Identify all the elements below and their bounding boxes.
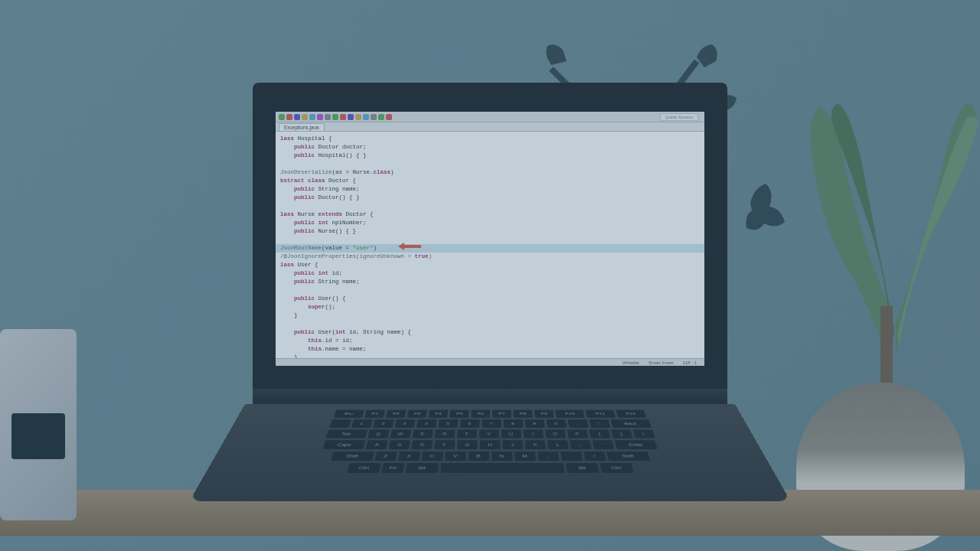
laptop-keyboard: EscF1F2F3F4F5F6F7F8F9F10F11F12`123456789… bbox=[190, 404, 791, 501]
toolbar-icon[interactable] bbox=[325, 114, 331, 120]
key[interactable]: Z bbox=[374, 451, 397, 461]
status-cursor-position: 118 : 1 bbox=[683, 360, 697, 365]
editor-tab[interactable]: Exceptions.java bbox=[279, 123, 325, 131]
key[interactable]: Tab bbox=[325, 429, 368, 439]
key[interactable]: , bbox=[537, 451, 559, 461]
key[interactable]: / bbox=[583, 451, 606, 461]
toolbar-icon[interactable] bbox=[317, 114, 323, 120]
toolbar-icon[interactable] bbox=[378, 114, 384, 120]
key[interactable]: H bbox=[480, 440, 501, 449]
key[interactable]: F12 bbox=[616, 409, 646, 418]
key[interactable]: F5 bbox=[449, 409, 469, 418]
key[interactable]: 9 bbox=[524, 419, 544, 428]
key[interactable]: \ bbox=[632, 429, 655, 439]
key[interactable]: Shift bbox=[606, 451, 650, 461]
key[interactable]: B bbox=[468, 451, 488, 461]
key[interactable]: Ctrl bbox=[599, 462, 634, 473]
ide-status-bar: Writable Smart Insert 118 : 1 bbox=[276, 358, 704, 366]
key[interactable]: F7 bbox=[492, 409, 511, 418]
ide-tab-bar: Exceptions.java bbox=[276, 122, 704, 132]
key[interactable]: Alt bbox=[405, 462, 438, 473]
key[interactable]: F10 bbox=[555, 409, 585, 418]
key[interactable]: 5 bbox=[438, 419, 458, 428]
toolbar-icon[interactable] bbox=[309, 114, 315, 120]
key[interactable]: T bbox=[456, 429, 476, 439]
laptop-bezel: Quick Access Exceptions.java lass Hospit… bbox=[253, 83, 727, 389]
key[interactable]: . bbox=[560, 451, 582, 461]
key[interactable]: C bbox=[421, 451, 443, 461]
key[interactable]: D bbox=[411, 440, 433, 449]
key[interactable]: Ctrl bbox=[347, 462, 381, 473]
key[interactable]: F11 bbox=[586, 409, 616, 418]
toolbar-icon[interactable] bbox=[386, 114, 392, 120]
key[interactable]: Esc bbox=[334, 409, 364, 418]
key[interactable]: Back bbox=[610, 419, 652, 428]
toolbar-icon[interactable] bbox=[340, 114, 346, 120]
key[interactable]: F2 bbox=[386, 409, 407, 418]
key[interactable]: ; bbox=[570, 440, 592, 449]
key[interactable]: F8 bbox=[513, 409, 532, 418]
toolbar-icon[interactable] bbox=[294, 114, 300, 120]
key[interactable]: L bbox=[547, 440, 569, 449]
key[interactable]: M bbox=[514, 451, 536, 461]
key[interactable]: E bbox=[412, 429, 433, 439]
key[interactable]: 7 bbox=[482, 419, 501, 428]
status-insert-mode: Smart Insert bbox=[648, 360, 674, 365]
key[interactable]: X bbox=[397, 451, 420, 461]
key[interactable]: 8 bbox=[503, 419, 523, 428]
key[interactable]: Fn bbox=[381, 462, 404, 473]
code-editor[interactable]: lass Hospital { public Doctor doctor; pu… bbox=[276, 132, 704, 358]
key[interactable]: O bbox=[544, 429, 565, 439]
key[interactable]: Enter bbox=[614, 440, 657, 449]
status-writable: Writable bbox=[622, 360, 639, 365]
key[interactable]: Alt bbox=[565, 462, 599, 473]
key[interactable]: F4 bbox=[429, 409, 449, 418]
key[interactable]: - bbox=[567, 419, 588, 428]
svg-rect-0 bbox=[880, 306, 893, 383]
toolbar-icon[interactable] bbox=[332, 114, 338, 120]
plant-decoration bbox=[796, 0, 980, 551]
toolbar-icon[interactable] bbox=[279, 114, 285, 120]
key[interactable]: Shift bbox=[330, 451, 374, 461]
key[interactable]: F bbox=[434, 440, 455, 449]
key[interactable]: V bbox=[445, 451, 466, 461]
key[interactable]: Y bbox=[479, 429, 498, 439]
key[interactable]: P bbox=[567, 429, 588, 439]
toolbar-icon[interactable] bbox=[363, 114, 369, 120]
key[interactable] bbox=[439, 462, 564, 473]
ide-toolbar[interactable]: Quick Access bbox=[276, 112, 704, 122]
key[interactable]: Caps bbox=[322, 440, 365, 449]
key[interactable]: = bbox=[589, 419, 610, 428]
key[interactable]: 2 bbox=[372, 419, 394, 428]
toolbar-icon[interactable] bbox=[302, 114, 308, 120]
key[interactable]: K bbox=[524, 440, 545, 449]
key[interactable]: [ bbox=[589, 429, 610, 439]
key[interactable]: W bbox=[390, 429, 411, 439]
key[interactable]: N bbox=[492, 451, 512, 461]
key[interactable]: I bbox=[523, 429, 544, 439]
key[interactable]: 6 bbox=[459, 419, 479, 428]
key[interactable]: J bbox=[502, 440, 523, 449]
key[interactable]: F6 bbox=[471, 409, 490, 418]
toolbar-icon[interactable] bbox=[348, 114, 354, 120]
toolbar-icon[interactable] bbox=[371, 114, 377, 120]
key[interactable]: U bbox=[501, 429, 521, 439]
key[interactable]: 0 bbox=[546, 419, 567, 428]
toolbar-icon[interactable] bbox=[286, 114, 292, 120]
key[interactable]: R bbox=[434, 429, 455, 439]
key[interactable]: F3 bbox=[407, 409, 427, 418]
key[interactable]: 1 bbox=[351, 419, 372, 428]
key[interactable]: ' bbox=[592, 440, 614, 449]
toolbar-icon[interactable] bbox=[355, 114, 361, 120]
key[interactable]: A bbox=[366, 440, 388, 449]
key[interactable]: 4 bbox=[416, 419, 436, 428]
key[interactable]: ` bbox=[329, 419, 351, 428]
quick-access-field[interactable]: Quick Access bbox=[660, 113, 698, 121]
key[interactable]: S bbox=[388, 440, 410, 449]
key[interactable]: ] bbox=[610, 429, 632, 439]
key[interactable]: F1 bbox=[364, 409, 385, 418]
key[interactable]: 3 bbox=[394, 419, 415, 428]
key[interactable]: Q bbox=[368, 429, 390, 439]
key[interactable]: G bbox=[457, 440, 478, 449]
key[interactable]: F9 bbox=[534, 409, 554, 418]
